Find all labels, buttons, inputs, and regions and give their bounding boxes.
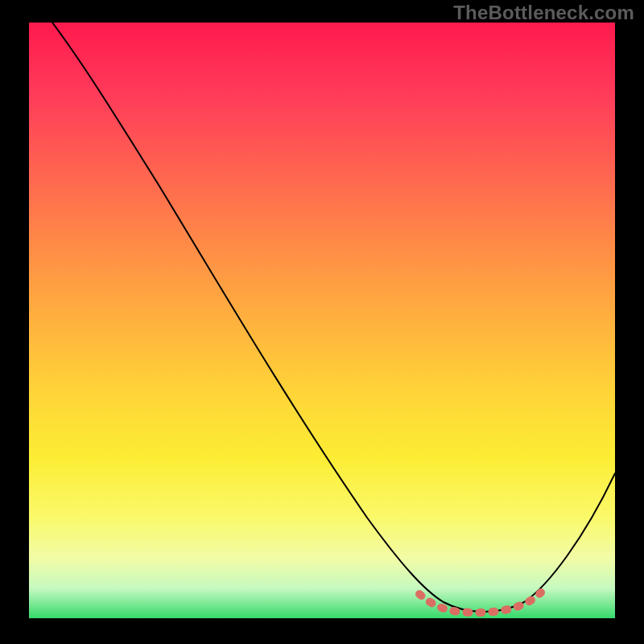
chart-plot-area bbox=[29, 23, 615, 618]
watermark-text: TheBottleneck.com bbox=[453, 2, 634, 24]
chart-frame: TheBottleneck.com bbox=[0, 0, 644, 644]
chart-curve bbox=[52, 23, 615, 612]
chart-svg bbox=[29, 23, 615, 618]
